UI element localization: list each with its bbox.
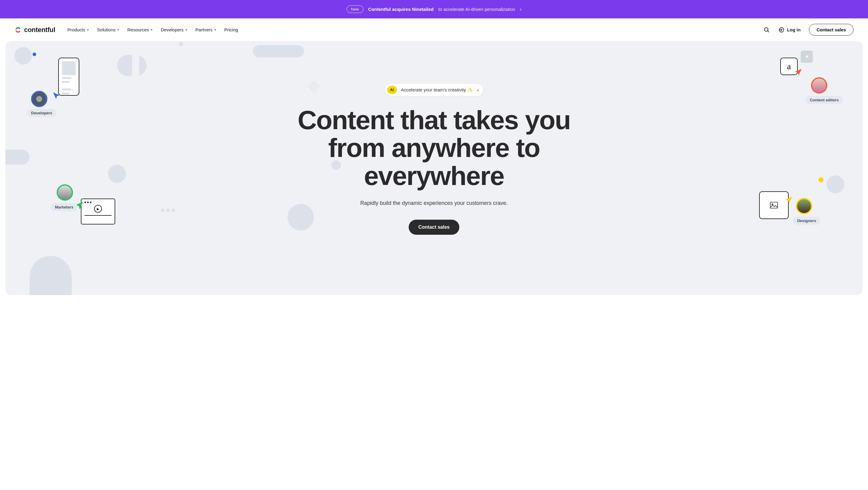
decorative-shape (33, 53, 36, 56)
persona-label: Marketers (51, 203, 78, 211)
chevron-down-icon: ▾ (117, 28, 119, 31)
image-card-icon (759, 191, 789, 219)
decorative-shape (308, 80, 320, 93)
ai-pill-text: Accelerate your team's creativity ✨ (401, 87, 473, 93)
hero-contact-sales-button[interactable]: Contact sales (409, 220, 459, 235)
persona-label: Designers (793, 217, 820, 225)
nav-item-developers[interactable]: Developers▾ (161, 27, 187, 32)
persona-label: Developers (27, 109, 56, 117)
chevron-down-icon: ▾ (87, 28, 89, 31)
cursor-icon (785, 196, 793, 204)
decorative-shape (179, 42, 183, 46)
svg-point-4 (772, 204, 773, 205)
decorative-shape (161, 209, 164, 212)
avatar (31, 91, 48, 107)
nav-item-solutions[interactable]: Solutions▾ (97, 27, 119, 32)
nav-item-pricing[interactable]: Pricing (224, 27, 238, 32)
nav-menu: Products▾ Solutions▾ Resources▾ Develope… (67, 27, 238, 32)
nav-item-partners[interactable]: Partners▾ (195, 27, 216, 32)
announcement-subtext: to accelerate AI-driven personalization (438, 7, 515, 12)
announcement-badge: New (346, 5, 364, 13)
nav-item-products[interactable]: Products▾ (67, 27, 88, 32)
hero-section: a ✦ ▶ Developers Content editors Markete… (5, 41, 863, 295)
chevron-right-icon: › (520, 7, 522, 12)
hero-heading: Content that takes you from anywhere to … (286, 106, 582, 190)
phone-mockup-icon (58, 58, 79, 96)
search-icon[interactable] (763, 27, 770, 33)
login-icon (778, 27, 784, 33)
chevron-right-icon: › (477, 88, 478, 92)
chevron-down-icon: ▾ (214, 28, 216, 31)
login-label: Log in (787, 27, 801, 32)
video-player-icon: ▶ (81, 198, 115, 224)
persona-designers: Designers (796, 198, 820, 225)
persona-marketers: Marketers (57, 184, 78, 211)
persona-developers: Developers (31, 91, 56, 117)
hero-subheading: Rapidly build the dynamic experiences yo… (18, 200, 850, 206)
decorative-shape (253, 45, 304, 57)
decorative-shape (166, 209, 170, 212)
chevron-down-icon: ▾ (151, 28, 152, 31)
decorative-shape (108, 165, 126, 183)
ai-badge: AI (387, 86, 397, 94)
persona-label: Content editors (806, 96, 843, 104)
announcement-headline: Contentful acquires Ninetailed (368, 7, 434, 12)
avatar (57, 184, 73, 201)
contact-sales-button[interactable]: Contact sales (809, 24, 854, 36)
announcement-banner[interactable]: New Contentful acquires Ninetailed to ac… (0, 0, 868, 19)
decorative-shape (826, 175, 844, 193)
persona-content-editors: Content editors (811, 77, 843, 104)
svg-line-1 (768, 30, 769, 32)
top-navbar: contentful Products▾ Solutions▾ Resource… (0, 19, 868, 41)
decorative-shape (818, 177, 824, 182)
sparkle-icon: ✦ (801, 51, 813, 63)
decorative-shape (14, 47, 32, 65)
chevron-down-icon: ▾ (185, 28, 187, 31)
avatar (796, 198, 812, 214)
nav-item-resources[interactable]: Resources▾ (127, 27, 152, 32)
decorative-shape (331, 160, 341, 170)
decorative-shape (287, 204, 314, 231)
svg-point-0 (765, 27, 768, 31)
decorative-shape (5, 150, 30, 165)
ai-announcement-pill[interactable]: AI Accelerate your team's creativity ✨ › (384, 83, 484, 97)
decorative-shape (131, 55, 147, 76)
cursor-icon (795, 68, 802, 76)
decorative-shape (30, 256, 72, 295)
decorative-shape (172, 209, 175, 212)
login-button[interactable]: Log in (778, 27, 801, 33)
svg-rect-3 (770, 202, 777, 208)
brand-name: contentful (24, 26, 55, 34)
avatar (811, 77, 827, 94)
logo-icon (14, 26, 22, 33)
brand-logo[interactable]: contentful (14, 26, 55, 34)
